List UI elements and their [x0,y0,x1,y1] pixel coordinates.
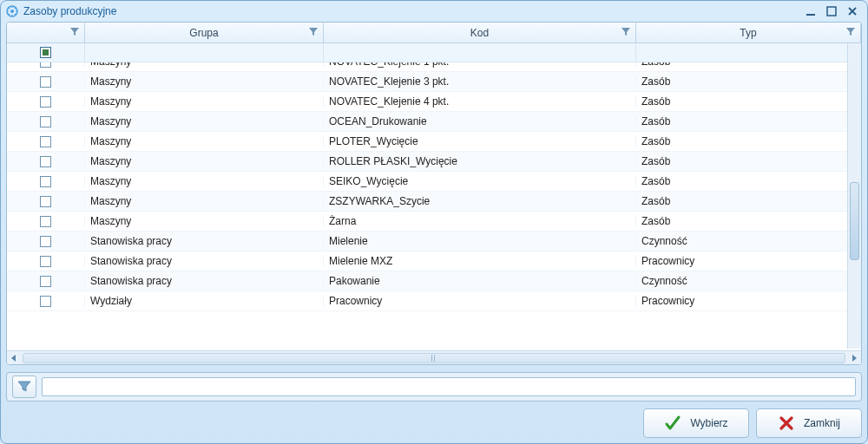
cell-typ: Czynność [636,275,861,287]
filter-icon[interactable] [846,27,855,39]
cell-typ: Pracownicy [636,255,861,267]
row-checkbox[interactable] [40,96,51,108]
table-row[interactable]: Stanowiska pracyMielenieCzynność [7,232,861,251]
row-checkbox-cell[interactable] [7,156,85,167]
row-checkbox[interactable] [40,256,51,267]
scroll-left-icon[interactable] [7,351,21,365]
table-row[interactable]: MaszynyPLOTER_WycięcieZasób [7,132,861,152]
row-checkbox-cell[interactable] [7,236,85,247]
row-checkbox-cell[interactable] [7,96,85,108]
select-button[interactable]: Wybierz [643,408,749,438]
filter-input[interactable] [42,377,856,396]
content-area: Grupa Kod Typ [6,22,862,438]
svg-line-7 [15,14,16,15]
cell-grupa: Maszyny [85,215,324,227]
row-checkbox[interactable] [40,76,51,88]
filter-button[interactable] [12,375,36,398]
row-checkbox-cell[interactable] [7,256,85,267]
column-header-typ[interactable]: Typ [636,23,861,42]
filter-row [7,43,861,62]
filter-cell-typ[interactable] [636,43,861,62]
cell-typ: Zasób [636,215,861,227]
cell-kod: ROLLER PŁASKI_Wycięcie [324,155,636,167]
cell-kod: NOVATEC_Klejenie 1 pkt. [324,62,636,68]
row-checkbox[interactable] [40,176,51,187]
indeterminate-checkbox[interactable] [40,47,51,58]
table-row[interactable]: MaszynyNOVATEC_Klejenie 1 pkt.Zasób [7,62,861,72]
cell-kod: Mielenie [324,235,636,247]
cell-grupa: Maszyny [85,175,324,187]
table-row[interactable]: MaszynyZSZYWARKA_SzycieZasób [7,192,861,212]
table-row[interactable]: MaszynyOCEAN_DrukowanieZasób [7,112,861,132]
cell-grupa: Wydziały [85,295,324,307]
app-icon [6,5,18,17]
row-checkbox-cell[interactable] [7,176,85,187]
close-window-button[interactable] [843,4,862,18]
minimize-button[interactable] [801,4,820,18]
cell-kod: Mielenie MXZ [324,255,636,267]
table-row[interactable]: MaszynySEIKO_WycięcieZasób [7,172,861,192]
row-checkbox[interactable] [40,276,51,287]
cell-typ: Zasób [636,175,861,187]
filter-icon[interactable] [70,27,79,39]
cell-kod: Pracownicy [324,295,636,307]
cell-grupa: Maszyny [85,95,324,108]
column-header-grupa[interactable]: Grupa [85,23,324,42]
table-row[interactable]: MaszynyNOVATEC_Klejenie 3 pkt.Zasób [7,72,861,92]
row-checkbox[interactable] [40,62,51,68]
filter-bar [6,372,862,402]
row-checkbox-cell[interactable] [7,136,85,147]
table-row[interactable]: MaszynyŻarnaZasób [7,212,861,232]
close-button[interactable]: Zamknij [756,408,862,438]
scrollbar-track[interactable] [23,353,845,363]
filter-cell-grupa[interactable] [85,43,324,62]
table-row[interactable]: WydziałyPracownicyPracownicy [7,291,861,311]
titlebar: Zasoby produkcyjne [1,1,867,22]
button-label: Wybierz [690,417,727,429]
cell-grupa: Stanowiska pracy [85,275,324,287]
cell-typ: Zasób [636,62,861,68]
row-checkbox[interactable] [40,236,51,247]
row-checkbox-cell[interactable] [7,76,85,88]
row-checkbox[interactable] [40,196,51,207]
grid-panel: Grupa Kod Typ [6,22,862,365]
cell-grupa: Maszyny [85,75,324,88]
cell-typ: Zasób [636,155,861,167]
row-checkbox[interactable] [40,216,51,227]
filter-cell-checkbox[interactable] [7,43,85,62]
cell-typ: Zasób [636,95,861,108]
row-checkbox[interactable] [40,296,51,307]
column-header-checkbox[interactable] [7,23,85,42]
column-header-label: Grupa [189,27,218,39]
row-checkbox[interactable] [40,136,51,147]
row-checkbox-cell[interactable] [7,196,85,207]
row-checkbox-cell[interactable] [7,276,85,287]
cell-typ: Zasób [636,195,861,207]
horizontal-scrollbar[interactable] [7,350,861,364]
table-row[interactable]: MaszynyROLLER PŁASKI_WycięcieZasób [7,152,861,172]
vertical-scrollbar[interactable] [847,43,861,349]
cell-kod: OCEAN_Drukowanie [324,115,636,127]
row-checkbox-cell[interactable] [7,116,85,127]
svg-line-6 [9,8,10,9]
scrollbar-thumb[interactable] [850,182,859,260]
svg-line-8 [15,8,16,9]
table-row[interactable]: Stanowiska pracyPakowanieCzynność [7,271,861,291]
row-checkbox-cell[interactable] [7,296,85,307]
cell-kod: NOVATEC_Klejenie 3 pkt. [324,75,636,88]
scroll-right-icon[interactable] [847,351,861,365]
table-row[interactable]: Stanowiska pracyMielenie MXZPracownicy [7,251,861,271]
filter-cell-kod[interactable] [324,43,636,62]
table-row[interactable]: MaszynyNOVATEC_Klejenie 4 pkt.Zasób [7,92,861,112]
filter-icon[interactable] [309,27,318,39]
row-checkbox-cell[interactable] [7,216,85,227]
cell-kod: NOVATEC_Klejenie 4 pkt. [324,95,636,108]
row-checkbox[interactable] [40,156,51,167]
maximize-button[interactable] [822,4,841,18]
column-header-kod[interactable]: Kod [324,23,636,42]
cell-typ: Zasób [636,75,861,88]
row-checkbox-cell[interactable] [7,62,85,68]
filter-icon[interactable] [621,27,630,39]
cell-grupa: Maszyny [85,155,324,167]
row-checkbox[interactable] [40,116,51,127]
